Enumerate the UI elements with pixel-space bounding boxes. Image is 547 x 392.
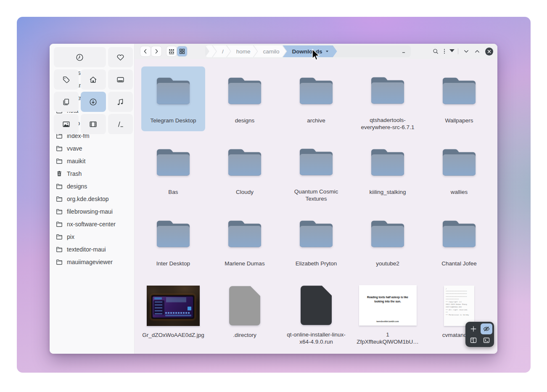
file-name: Chantal Jofee [441,260,476,268]
file-item[interactable]: Quantum Cosmic Textures [284,138,348,203]
file-item[interactable]: qtshadertools-everywhere-src-6.7.1 [356,66,420,131]
file-icon [427,70,491,113]
slash-terminal-icon [116,120,125,129]
toolbar-right [430,46,493,56]
file-name: archive [307,117,325,124]
place-button-slash-terminal[interactable] [108,114,133,134]
file-icon [356,141,420,184]
chevron-down-icon [449,47,455,56]
file-name: 1 ZfpXffteukQlWOM1bU… [356,331,419,346]
place-button-film[interactable] [81,114,106,134]
file-name: kiiling_stalking [369,188,406,196]
split-view-icon [469,336,478,344]
folder-icon [439,217,479,251]
file-icon [284,70,348,113]
breadcrumb-item-downloads[interactable]: Downloads [283,45,337,57]
grid-view-button[interactable] [177,46,187,56]
back-button[interactable] [140,46,151,56]
bookmark-label: texteditor-maui [67,246,106,253]
file-icon-grey [229,286,260,326]
file-icon [213,141,277,184]
place-button-panel[interactable] [108,69,133,90]
file-item[interactable]: Marlene Dumas [213,209,277,274]
sidebar-item-mauikit[interactable]: mauikit [50,155,134,167]
file-item[interactable]: Cloudy [213,138,277,203]
file-item[interactable]: Inter Desktop [141,209,205,274]
terminal-button[interactable] [481,335,492,346]
file-icon [284,141,348,184]
overflow-menu-button[interactable] [441,46,455,56]
file-item[interactable]: Gr_dZOxWoAAE0dZ.jpg [141,281,205,346]
forward-button[interactable] [151,46,161,56]
film-icon [89,120,98,129]
place-button-copy[interactable] [54,92,79,112]
folder-icon [56,145,63,152]
file-item[interactable]: qt-online-installer-linux-x64-4.9.0.run [284,281,348,346]
list-view-button[interactable] [166,46,177,56]
sidebar-item-org.kde.desktop[interactable]: org.kde.desktop [50,193,134,205]
file-item[interactable]: Reading texts half asleep is like lookin… [356,281,420,346]
file-item[interactable]: archive [284,66,348,131]
folder-icon [296,217,336,251]
bookmark-label: mauikit [67,158,85,164]
maximize-button[interactable] [472,46,483,56]
file-name: Telegram Desktop [151,117,196,124]
file-item[interactable]: youtube2 [356,209,420,274]
file-icon: / ********************* ****************… [427,284,491,327]
sidebar-item-vvave[interactable]: vvave [50,142,134,155]
breadcrumb: /homecamiloDownloads [205,45,411,57]
thumbnail-credit-text: teensbooklet.tumblr.com [359,320,417,323]
file-item[interactable]: .directory [213,281,277,346]
sidebar-item-pix[interactable]: pix [50,230,134,243]
hidden-files-button[interactable] [481,323,492,334]
breadcrumb-item-home[interactable]: home [227,45,257,57]
split-view-button[interactable] [468,335,479,346]
file-name: Bas [168,188,178,196]
file-item[interactable]: Wallpapers [427,66,491,131]
plus-button[interactable] [468,323,479,334]
sidebar-item-designs[interactable]: designs [50,180,134,193]
file-view: Telegram Desktopdesignsarchiveqtshaderto… [135,59,497,354]
nav-buttons [140,46,161,56]
file-grid: Telegram Desktopdesignsarchiveqtshaderto… [141,66,491,346]
minimize-icon [463,48,470,55]
file-item[interactable]: wallies [427,138,491,203]
file-icon [284,284,348,327]
file-icon [284,213,348,256]
place-button-download[interactable] [81,92,106,112]
sidebar-item-mauiimageviewer[interactable]: mauiimageviewer [50,256,134,268]
file-item[interactable]: designs [213,66,277,131]
folder-icon [153,146,193,180]
file-name: Quantum Cosmic Textures [285,188,348,203]
file-item[interactable]: Elizabeth Pryton [284,209,348,274]
place-button-image[interactable] [54,114,79,134]
file-item[interactable]: Bas [141,138,205,203]
edit-path-button[interactable] [401,45,407,57]
place-button-heart[interactable] [108,47,133,67]
place-button-tag[interactable] [54,69,79,90]
place-button-music[interactable] [108,92,133,112]
sidebar-item-trash[interactable]: Trash [50,167,134,180]
search-button[interactable] [430,46,441,56]
download-icon [89,98,98,106]
place-button-home[interactable] [81,69,106,90]
home-icon [89,75,98,84]
sidebar-item-filebrowsing-maui[interactable]: filebrowsing-maui [50,205,134,218]
breadcrumb-label: home [236,48,251,55]
bookmark-label: org.kde.desktop [67,196,109,202]
breadcrumb-item-camilo[interactable]: camilo [254,45,286,57]
bookmark-label: mauiimageviewer [67,259,113,265]
separator [458,48,458,54]
file-item[interactable]: kiiling_stalking [356,138,420,203]
close-button[interactable] [485,48,493,56]
floating-toolbar [465,322,494,347]
place-button-clock[interactable] [54,47,106,67]
back-icon [142,48,149,55]
file-name: Wallpapers [445,117,473,124]
file-item[interactable]: Telegram Desktop [141,66,205,131]
file-item[interactable]: Chantal Jofee [427,209,491,274]
sidebar-item-texteditor-maui[interactable]: texteditor-maui [50,243,134,256]
minimize-button[interactable] [461,46,472,56]
file-manager-window: Bookmarks iconsCodingControls.2notabuhoi… [50,44,497,354]
sidebar-item-nx-software-center[interactable]: nx-software-center [50,218,134,230]
